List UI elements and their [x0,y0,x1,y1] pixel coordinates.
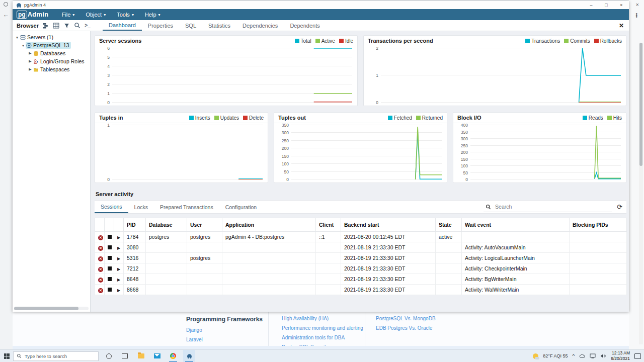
cancel-query-icon[interactable]: ✕ [95,263,105,274]
taskbar-search[interactable]: Type here to search [13,351,99,361]
col-state[interactable]: State [436,218,462,232]
col-blocking-pids[interactable]: Blocking PIDs [570,218,627,232]
volume-tray-icon[interactable] [600,353,606,358]
close-button[interactable]: × [614,1,629,9]
browser-scrollbar[interactable] [639,43,643,344]
table-row[interactable]: ✕▶30802021-08-19 21:33:30 EDTActivity: A… [95,242,627,253]
page-link[interactable]: EDB Postgres Vs. Oracle [376,325,436,331]
menu-help[interactable]: Help▾ [145,12,160,18]
start-button[interactable] [0,350,13,362]
terminate-session-icon[interactable] [105,232,114,242]
cancel-query-icon[interactable]: ✕ [95,253,105,263]
cancel-query-icon[interactable]: ✕ [98,235,103,240]
tree-item-databases[interactable]: ▶ Databases [13,49,90,57]
weather-icon[interactable] [533,353,538,359]
page-link[interactable]: Administration tools for DBA [282,335,363,340]
search-icon[interactable] [72,22,82,30]
taskbar-clock[interactable]: 12:13 AM 8/20/2021 [611,350,630,361]
tab-statistics[interactable]: Statistics [202,20,236,31]
col-database[interactable]: Database [146,218,187,232]
chevron-right-icon[interactable]: ▶ [28,51,33,55]
terminate-session-icon[interactable] [108,277,112,281]
network-tray-icon[interactable] [590,353,596,358]
expand-row-icon[interactable]: ▶ [117,288,120,293]
expand-row-icon[interactable]: ▶ [114,232,124,242]
terminate-session-icon[interactable] [108,266,112,270]
page-link[interactable]: Performance monitoring and alerting [282,325,363,331]
terminate-session-icon[interactable] [108,256,112,260]
tab-properties[interactable]: Properties [142,20,179,31]
table-row[interactable]: ✕▶72122021-08-19 21:33:30 EDTActivity: C… [95,263,627,274]
mail-button[interactable] [151,350,163,362]
tree-item-servers[interactable]: ▼ Servers (1) [13,33,90,41]
tab-configuration[interactable]: Configuration [219,201,263,213]
browser-back-icon[interactable]: ← [3,11,9,18]
table-row[interactable]: ✕▶86682021-08-19 21:33:30 EDTActivity: W… [95,285,627,295]
page-link[interactable]: PostgreSQL Vs. MongoDB [376,316,436,321]
expand-row-icon[interactable]: ▶ [117,278,120,282]
cancel-query-icon[interactable]: ✕ [95,285,105,295]
expand-row-icon[interactable]: ▶ [114,263,124,274]
expand-row-icon[interactable]: ▶ [114,285,124,295]
tab-dependents[interactable]: Dependents [284,20,326,31]
chrome-button[interactable] [167,350,179,362]
col-pid[interactable]: PID [124,218,146,232]
close-panel-icon[interactable]: ✕ [619,22,626,29]
cancel-query-icon[interactable]: ✕ [95,242,105,253]
file-explorer-button[interactable] [135,350,147,362]
page-link[interactable]: Django [186,327,263,333]
terminate-session-icon[interactable] [108,288,112,292]
expand-row-icon[interactable]: ▶ [114,242,124,253]
maximize-button[interactable]: □ [599,1,614,9]
cortana-button[interactable] [103,350,115,362]
menu-file[interactable]: File▾ [62,12,75,18]
tab-dashboard[interactable]: Dashboard [103,20,142,31]
tab-dependencies[interactable]: Dependencies [236,20,284,31]
tab-locks[interactable]: Locks [128,201,154,213]
tray-chevron-up-icon[interactable]: ^ [572,353,575,359]
expand-row-icon[interactable]: ▶ [114,253,124,263]
col-application[interactable]: Application [222,218,316,232]
col-backend-start[interactable]: Backend start [341,218,436,232]
cancel-query-icon[interactable]: ✕ [98,288,103,293]
cancel-query-icon[interactable]: ✕ [98,267,103,272]
search-input[interactable] [495,204,586,210]
terminate-session-icon[interactable] [108,245,112,249]
menu-tools[interactable]: Tools▾ [117,12,134,18]
expand-row-icon[interactable]: ▶ [117,246,120,250]
terminate-session-icon[interactable] [108,235,112,239]
pgadmin-taskbar-button[interactable] [183,350,195,362]
chevron-right-icon[interactable]: ▶ [28,67,33,71]
activity-search-box[interactable] [484,202,612,212]
tree-item-login-group-roles[interactable]: ▶ Login/Group Roles [13,57,90,65]
psql-console-icon[interactable]: >_ [83,22,92,30]
minimize-button[interactable]: – [584,1,599,9]
browser-close-icon[interactable]: × [636,2,639,8]
cancel-query-icon[interactable]: ✕ [98,256,103,261]
terminate-session-icon[interactable] [105,242,114,253]
cancel-query-icon[interactable]: ✕ [98,246,103,251]
tab-prepared-transactions[interactable]: Prepared Transactions [154,201,219,213]
terminate-session-icon[interactable] [105,285,114,295]
terminate-session-icon[interactable] [105,274,114,285]
terminate-session-icon[interactable] [105,263,114,274]
expand-row-icon[interactable]: ▶ [114,274,124,285]
tree-scrollbar-thumb[interactable] [14,307,78,310]
expand-row-icon[interactable]: ▶ [117,267,120,272]
chevron-down-icon[interactable]: ▼ [15,36,20,39]
page-link[interactable]: High Availability (HA) [282,316,363,321]
expand-row-icon[interactable]: ▶ [117,256,120,261]
chevron-down-icon[interactable]: ▼ [21,44,26,47]
menu-object[interactable]: Object▾ [86,12,106,18]
table-row[interactable]: ✕▶5316postgres2021-08-19 21:33:30 EDTAct… [95,253,627,263]
action-center-icon[interactable] [634,353,641,359]
browser-scrollbar-thumb[interactable] [639,43,642,166]
browser-menu-icon[interactable]: ••• [635,13,637,18]
weather-text[interactable]: 82°F AQI 55 [543,353,568,358]
chevron-right-icon[interactable]: ▶ [28,59,33,63]
task-view-button[interactable] [119,350,131,362]
window-titlebar[interactable]: pgAdmin 4 – □ × [13,1,629,9]
refresh-icon[interactable]: ⟳ [617,203,622,211]
tree-item-tablespaces[interactable]: ▶ Tablespaces [13,65,90,73]
cancel-query-icon[interactable]: ✕ [98,278,103,283]
